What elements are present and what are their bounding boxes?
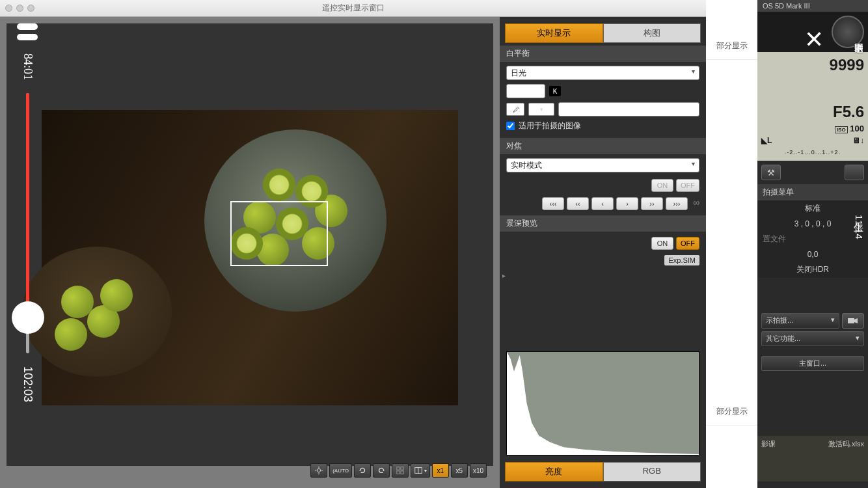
preview-canvas[interactable]: [7, 23, 493, 466]
iso-value: 100: [850, 124, 864, 133]
focus-seek-5[interactable]: ›››: [666, 197, 688, 210]
focus-mode-select[interactable]: 实时模式: [506, 158, 699, 172]
histogram-tab-brightness[interactable]: 亮度: [505, 462, 603, 481]
file-row[interactable]: 置文件: [757, 231, 868, 247]
zoom-1x-button[interactable]: x1: [432, 463, 449, 478]
tab-compose[interactable]: 构图: [603, 23, 701, 43]
video-button[interactable]: [842, 313, 864, 329]
expand-caret[interactable]: ▸: [502, 272, 703, 279]
camera-panel: OS 5D Mark III 9999 F5.6 ISO 100 ◣L🖥↓ .-…: [757, 0, 868, 488]
shoot-menu-header: 拍摄菜单: [757, 184, 868, 200]
wb-value-input[interactable]: [558, 102, 699, 116]
rotate-ccw-button[interactable]: [354, 463, 371, 478]
svg-rect-1: [397, 467, 400, 470]
apply-label: 适用于拍摄的图像: [519, 120, 581, 131]
aperture-value: F5.6: [833, 103, 864, 121]
preview-toolbar: (AUTO ▾ x1 x5 x10: [310, 462, 487, 479]
values2: 0,0: [757, 247, 868, 262]
desk-file-2[interactable]: 影课: [761, 439, 776, 449]
svg-rect-4: [401, 471, 403, 474]
zoom-10x-button[interactable]: x10: [470, 463, 487, 478]
wb-kelvin-input[interactable]: [506, 84, 545, 98]
time-of-day: 上午11:14: [852, 215, 865, 239]
apply-to-shot-checkbox[interactable]: 适用于拍摄的图像: [506, 120, 699, 131]
rotate-cw-button[interactable]: [373, 463, 390, 478]
focus-seek-3[interactable]: ›: [616, 197, 638, 210]
picture-style[interactable]: 标准: [757, 200, 868, 217]
aspect-button[interactable]: ▾: [411, 463, 430, 478]
focus-off-button[interactable]: OFF: [676, 179, 699, 192]
focus-header: 对焦: [500, 138, 706, 154]
camera-model: OS 5D Mark III: [757, 0, 868, 12]
center-focus-button[interactable]: [310, 463, 327, 478]
style-values: 3 , 0 , 0 , 0: [757, 217, 868, 231]
desk-file-1[interactable]: 激活码.xlsx: [828, 439, 864, 449]
dof-off-button[interactable]: OFF: [676, 237, 699, 250]
shots-remaining: 9999: [830, 56, 864, 74]
infinity-icon: ∞: [693, 197, 699, 210]
eyedropper-button[interactable]: [506, 103, 524, 116]
svg-point-0: [318, 468, 321, 472]
histogram-tab-rgb[interactable]: RGB: [603, 462, 701, 481]
cam-right-button[interactable]: [845, 165, 864, 180]
svg-rect-7: [848, 318, 854, 323]
main-window-button[interactable]: 主窗口...: [761, 356, 864, 371]
live-photo: [42, 110, 458, 405]
svg-rect-2: [401, 467, 403, 470]
tools-button[interactable]: ⚒: [761, 165, 781, 180]
close-x-icon[interactable]: ✕: [804, 26, 824, 53]
svg-rect-3: [397, 471, 400, 474]
preview-area: (AUTO ▾ x1 x5 x10: [0, 17, 500, 488]
camera-lcd: 9999 F5.6 ISO 100 ◣L🖥↓ .-2..-1...0...1..…: [757, 52, 868, 161]
strip-partial-2[interactable]: 部分显示: [706, 398, 758, 426]
focus-seek-4[interactable]: ››: [641, 197, 663, 210]
pc-icon: 🖥↓: [852, 136, 864, 145]
grid-button[interactable]: [392, 463, 409, 478]
focus-on-button[interactable]: ON: [651, 179, 673, 192]
dof-header: 景深预览: [500, 215, 706, 232]
mode-dial[interactable]: [832, 16, 864, 48]
wb-header: 白平衡: [500, 46, 706, 62]
side-strip: 部分显示 部分显示: [706, 0, 758, 488]
focus-seek-1[interactable]: ‹‹: [567, 197, 589, 210]
tab-live-view[interactable]: 实时显示: [505, 23, 603, 43]
zoom-5x-button[interactable]: x5: [451, 463, 468, 478]
quality-value: ◣L: [761, 136, 772, 145]
wb-small-select[interactable]: ▾: [528, 103, 554, 116]
apply-checkbox-input[interactable]: [506, 122, 515, 130]
exposure-scale: .-2..-1...0...1..+2.: [761, 146, 864, 158]
histogram: [506, 351, 699, 455]
other-functions-select[interactable]: 其它功能...: [761, 331, 864, 346]
strip-partial-1[interactable]: 部分显示: [706, 33, 758, 60]
window-title: 遥控实时显示窗口: [322, 3, 385, 14]
auto-button[interactable]: (AUTO: [329, 463, 352, 478]
focus-rectangle[interactable]: [230, 201, 328, 266]
kelvin-badge: K: [549, 86, 561, 96]
hdr-setting[interactable]: 关闭HDR: [757, 262, 868, 278]
wb-preset-select[interactable]: 日光: [506, 66, 699, 80]
focus-seek-0[interactable]: ‹‹‹: [542, 197, 564, 210]
focus-seek-2[interactable]: ‹: [591, 197, 614, 210]
dof-on-button[interactable]: ON: [651, 237, 673, 250]
exp-sim-badge: Exp.SIM: [664, 255, 699, 265]
show-shoot-select[interactable]: 示拍摄...: [761, 313, 839, 329]
traffic-lights[interactable]: [5, 5, 34, 12]
iso-label: ISO: [835, 126, 848, 133]
titlebar: 遥控实时显示窗口: [0, 0, 706, 17]
